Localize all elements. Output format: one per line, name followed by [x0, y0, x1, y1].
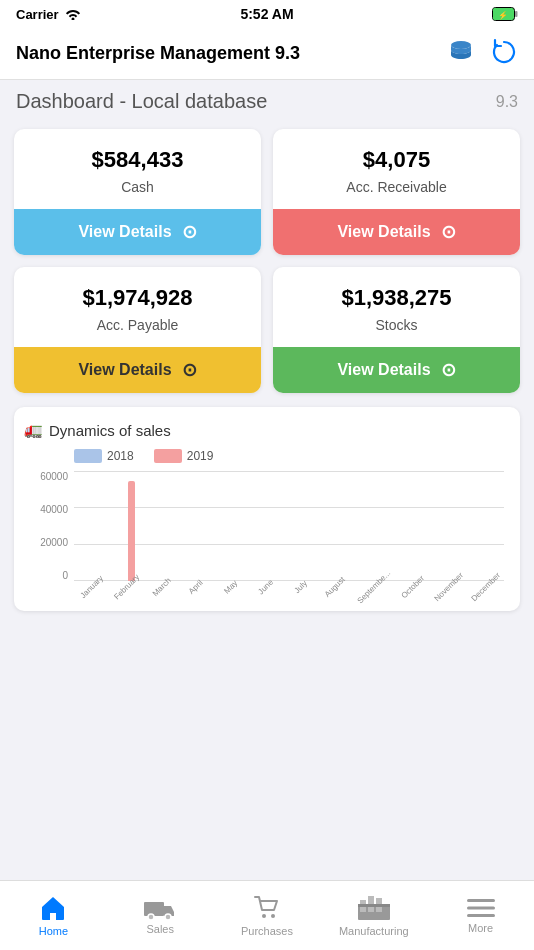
legend-2019-color — [154, 449, 182, 463]
svg-point-7 — [165, 914, 171, 920]
bar-2019-1 — [128, 481, 135, 581]
legend-2018-label: 2018 — [107, 449, 134, 463]
nav-bar: Nano Enterprise Management 9.3 — [0, 28, 534, 80]
receivable-amount: $4,075 — [285, 147, 508, 173]
cash-amount: $584,433 — [26, 147, 249, 173]
svg-rect-5 — [144, 902, 164, 916]
tab-manufacturing-label: Manufacturing — [339, 925, 409, 937]
legend-2019: 2019 — [154, 449, 214, 463]
sales-truck-icon — [144, 896, 176, 920]
svg-rect-15 — [467, 899, 495, 902]
cash-card: $584,433 Cash View Details ⊙ — [14, 129, 261, 255]
chart-inner: JanuaryFebruaryMarchAprilMayJuneJulyAugu… — [74, 471, 504, 601]
y-label-60000: 60000 — [24, 471, 68, 482]
bar-group-december — [468, 471, 504, 581]
bar-group-march — [146, 471, 182, 581]
legend-2018-color — [74, 449, 102, 463]
tab-more-label: More — [468, 922, 493, 934]
bars-container — [74, 471, 504, 581]
svg-point-4 — [451, 41, 471, 49]
sales-dynamics-chart: 🚛 Dynamics of sales 2018 2019 0 20000 40… — [14, 407, 520, 611]
bar-group-october — [396, 471, 432, 581]
payable-card-body: $1,974,928 Acc. Payable — [14, 267, 261, 347]
section-header: Dashboard - Local database 9.3 — [0, 80, 534, 119]
svg-rect-2 — [515, 11, 518, 17]
bar-group-january — [74, 471, 110, 581]
dashboard-title: Dashboard - Local database — [16, 90, 267, 113]
bar-group-february — [110, 471, 146, 581]
cash-view-details-button[interactable]: View Details ⊙ — [14, 209, 261, 255]
chart-legend: 2018 2019 — [74, 449, 510, 463]
svg-text:⚡: ⚡ — [498, 10, 508, 20]
stocks-view-details-button[interactable]: View Details ⊙ — [273, 347, 520, 393]
more-icon — [467, 897, 495, 919]
chart-area: 0 20000 40000 60000 JanuaryFebruaryMarch… — [74, 471, 504, 601]
bar-group-july — [289, 471, 325, 581]
payable-view-details-button[interactable]: View Details ⊙ — [14, 347, 261, 393]
payable-amount: $1,974,928 — [26, 285, 249, 311]
home-icon — [39, 894, 67, 922]
stocks-card: $1,938,275 Stocks View Details ⊙ — [273, 267, 520, 393]
cash-label: Cash — [26, 179, 249, 195]
purchases-cart-icon — [253, 894, 281, 922]
svg-rect-17 — [467, 914, 495, 917]
wifi-icon — [65, 8, 81, 20]
receivable-card-body: $4,075 Acc. Receivable — [273, 129, 520, 209]
receivable-view-details-button[interactable]: View Details ⊙ — [273, 209, 520, 255]
stocks-card-body: $1,938,275 Stocks — [273, 267, 520, 347]
app-title: Nano Enterprise Management 9.3 — [16, 43, 446, 64]
version-label: 9.3 — [496, 93, 518, 111]
battery-icon: ⚡ — [492, 7, 518, 21]
tab-purchases-label: Purchases — [241, 925, 293, 937]
y-axis: 0 20000 40000 60000 — [24, 471, 68, 601]
bar-group-november — [432, 471, 468, 581]
carrier-label: Carrier — [16, 7, 59, 22]
arrow-right-icon: ⊙ — [441, 359, 456, 381]
y-label-20000: 20000 — [24, 537, 68, 548]
truck-icon: 🚛 — [24, 421, 43, 439]
manufacturing-icon — [358, 894, 390, 922]
bar-group-septembe — [361, 471, 397, 581]
stocks-label: Stocks — [285, 317, 508, 333]
database-icon-button[interactable] — [446, 37, 476, 70]
arrow-right-icon: ⊙ — [182, 359, 197, 381]
tab-sales-label: Sales — [146, 923, 174, 935]
payable-label: Acc. Payable — [26, 317, 249, 333]
tab-home[interactable]: Home — [0, 888, 107, 943]
receivable-card: $4,075 Acc. Receivable View Details ⊙ — [273, 129, 520, 255]
cards-grid: $584,433 Cash View Details ⊙ $4,075 Acc.… — [0, 119, 534, 403]
status-bar: Carrier 5:52 AM ⚡ — [0, 0, 534, 28]
tab-sales[interactable]: Sales — [107, 890, 214, 941]
legend-2019-label: 2019 — [187, 449, 214, 463]
refresh-icon-button[interactable] — [490, 38, 518, 69]
bar-group-august — [325, 471, 361, 581]
arrow-right-icon: ⊙ — [441, 221, 456, 243]
svg-point-6 — [148, 914, 154, 920]
svg-rect-14 — [358, 904, 390, 907]
refresh-icon — [490, 38, 518, 66]
tab-manufacturing[interactable]: Manufacturing — [320, 888, 427, 943]
tab-more[interactable]: More — [427, 891, 534, 940]
tab-bar: Home Sales Purchases — [0, 880, 534, 950]
chart-title: 🚛 Dynamics of sales — [24, 421, 510, 439]
payable-card: $1,974,928 Acc. Payable View Details ⊙ — [14, 267, 261, 393]
tab-home-label: Home — [39, 925, 68, 937]
bar-group-june — [253, 471, 289, 581]
database-icon — [446, 37, 476, 67]
status-bar-right: ⚡ — [492, 7, 518, 21]
status-bar-left: Carrier — [16, 7, 81, 22]
receivable-label: Acc. Receivable — [285, 179, 508, 195]
tab-purchases[interactable]: Purchases — [214, 888, 321, 943]
svg-point-9 — [271, 914, 275, 918]
nav-icons — [446, 37, 518, 70]
x-axis-labels: JanuaryFebruaryMarchAprilMayJuneJulyAugu… — [74, 581, 504, 601]
y-label-0: 0 — [24, 570, 68, 581]
bar-group-may — [217, 471, 253, 581]
svg-rect-16 — [467, 907, 495, 910]
bar-group-april — [181, 471, 217, 581]
y-label-40000: 40000 — [24, 504, 68, 515]
legend-2018: 2018 — [74, 449, 134, 463]
cash-card-body: $584,433 Cash — [14, 129, 261, 209]
stocks-amount: $1,938,275 — [285, 285, 508, 311]
arrow-right-icon: ⊙ — [182, 221, 197, 243]
